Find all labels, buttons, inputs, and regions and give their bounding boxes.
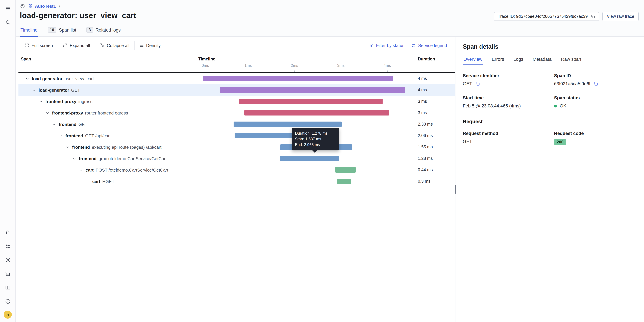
sidebar-layout-button[interactable] — [3, 283, 12, 292]
details-tab-metadata[interactable]: Metadata — [532, 55, 552, 65]
span-row[interactable]: frontendexecuting api route (pages) /api… — [18, 141, 455, 153]
span-row[interactable]: cartHGET0.3 ms — [18, 176, 455, 187]
sidebar-info-button[interactable] — [3, 297, 12, 305]
span-operation-name: GET — [71, 88, 80, 93]
tick-mark — [294, 71, 295, 72]
span-duration-text: 3 ms — [413, 99, 455, 104]
avatar[interactable]: a — [4, 310, 12, 319]
app-grid-icon — [28, 4, 33, 9]
collapse-all-button[interactable]: Collapse all — [95, 41, 134, 50]
chevron-down-icon[interactable] — [24, 76, 30, 81]
span-operation-name: executing api route (pages) /api/cart — [92, 145, 162, 150]
field-label: Span status — [554, 95, 636, 100]
field-value: Feb 5 @ 23:08:44.465 (4ms) — [463, 103, 554, 108]
full-screen-button[interactable]: Full screen — [20, 41, 58, 50]
span-name-cell: frontend-proxyingress — [18, 99, 202, 104]
chevron-down-icon[interactable] — [31, 87, 36, 93]
span-tooltip: Duration: 1.278 ms Start: 1.687 ms End: … — [292, 128, 339, 150]
span-duration-bar[interactable] — [220, 87, 406, 93]
span-track — [202, 176, 413, 187]
span-duration-bar[interactable] — [239, 99, 382, 104]
field-value: GET — [463, 81, 554, 86]
span-service-name: cart — [86, 167, 94, 172]
sidebar-bottom-icons — [3, 228, 12, 305]
request-fields: Request methodGETRequest code200 — [463, 131, 636, 145]
sidebar-archive-button[interactable] — [3, 269, 12, 278]
title-actions: Trace ID: 9d57cbee04df266577b75429f8c7ac… — [494, 12, 639, 21]
span-operation-name: HGET — [102, 179, 114, 184]
span-row[interactable]: load-generatorGET4 ms — [18, 84, 455, 96]
tick-label: 3ms — [337, 64, 344, 68]
sidebar-search-button[interactable] — [3, 18, 12, 27]
details-tabs: OverviewErrorsLogsMetadataRaw span — [463, 55, 636, 65]
details-tab-raw-span[interactable]: Raw span — [560, 55, 582, 65]
tab-timeline[interactable]: Timeline — [20, 25, 38, 36]
chevron-down-icon[interactable] — [78, 167, 84, 173]
span-duration-bar[interactable] — [203, 76, 393, 81]
sidebar-settings-gear-button[interactable] — [3, 255, 12, 264]
span-duration-bar[interactable] — [335, 167, 356, 173]
sidebar-bottom: a — [3, 228, 12, 319]
trace-id-box[interactable]: Trace ID: 9d57cbee04df266577b75429f8c7ac… — [494, 12, 599, 21]
details-tab-overview[interactable]: Overview — [463, 55, 483, 65]
chevron-down-icon[interactable] — [45, 110, 50, 116]
span-row[interactable]: frontendgrpc.oteldemo.CartService/GetCar… — [18, 153, 455, 164]
filter-by-status-button[interactable]: Filter by status — [366, 41, 408, 50]
field-request-code: Request code200 — [554, 131, 636, 145]
sidebar: a — [0, 0, 16, 322]
field-value-text: 63f021a5ca5f9e6f — [554, 81, 590, 86]
sidebar-menu-button[interactable] — [3, 4, 12, 13]
span-row[interactable]: frontend-proxyrouter frontend egress3 ms — [18, 107, 455, 119]
span-name-cell: frontend-proxyrouter frontend egress — [18, 110, 202, 116]
tick-mark — [341, 71, 341, 72]
expand-all-button[interactable]: Expand all — [58, 41, 95, 50]
sidebar-apps-button[interactable] — [3, 242, 12, 250]
toolbar-right: Filter by statusService legend — [366, 41, 450, 50]
span-duration-bar[interactable] — [280, 156, 339, 161]
history-icon[interactable] — [20, 3, 25, 9]
tab-related-logs[interactable]: 3Related logs — [86, 25, 121, 36]
span-track — [202, 96, 413, 107]
view-raw-trace-button[interactable]: View raw trace — [602, 12, 639, 21]
home-icon — [5, 229, 10, 235]
field-span-status: Span statusOK — [554, 95, 636, 108]
span-operation-name: GET — [78, 122, 87, 127]
service-legend-button[interactable]: Service legend — [408, 41, 450, 50]
span-service-name: cart — [92, 179, 100, 184]
chevron-down-icon[interactable] — [72, 156, 77, 161]
chevron-down-icon[interactable] — [51, 122, 57, 127]
density-button[interactable]: Density — [134, 41, 166, 50]
details-tab-logs[interactable]: Logs — [513, 55, 524, 65]
tab-span-list[interactable]: 10Span list — [47, 25, 77, 36]
span-row[interactable]: cartPOST /oteldemo.CartService/GetCart0.… — [18, 164, 455, 176]
span-duration-text: 0.44 ms — [413, 168, 455, 172]
copy-icon[interactable] — [475, 81, 480, 86]
span-duration-bar[interactable] — [234, 122, 342, 127]
span-duration-bar[interactable] — [337, 179, 351, 184]
sidebar-home-button[interactable] — [3, 228, 12, 237]
tooltip-arrow — [312, 150, 317, 153]
tooltip-duration: Duration: 1.278 ms — [295, 131, 336, 136]
resize-grip[interactable] — [455, 185, 456, 194]
span-service-name: load-generator — [32, 76, 62, 81]
button-label: Filter by status — [376, 43, 404, 48]
breadcrumb: AutoTest1 / — [19, 3, 639, 9]
panel-resize-handle[interactable] — [455, 37, 456, 322]
field-value: 63f021a5ca5f9e6f — [554, 81, 636, 86]
breadcrumb-app-link[interactable]: AutoTest1 — [28, 4, 56, 9]
column-span: Span — [18, 54, 202, 72]
details-tab-errors[interactable]: Errors — [491, 55, 505, 65]
chevron-down-icon[interactable] — [65, 144, 70, 150]
span-row[interactable]: frontendGET /api/cart2.06 ms — [18, 130, 455, 141]
span-row[interactable]: frontendGET2.33 ms — [18, 119, 455, 130]
span-row[interactable]: load-generatoruser_view_cart4 ms — [18, 73, 455, 84]
span-name-cell: load-generatoruser_view_cart — [18, 76, 202, 81]
fullscreen-icon — [24, 43, 29, 48]
span-duration-bar[interactable] — [244, 110, 389, 116]
copy-icon[interactable] — [591, 14, 596, 19]
chevron-down-icon[interactable] — [58, 133, 64, 138]
copy-icon[interactable] — [593, 81, 598, 86]
span-service-name: frontend — [79, 156, 96, 161]
span-row[interactable]: frontend-proxyingress3 ms — [18, 96, 455, 107]
chevron-down-icon[interactable] — [38, 99, 43, 104]
